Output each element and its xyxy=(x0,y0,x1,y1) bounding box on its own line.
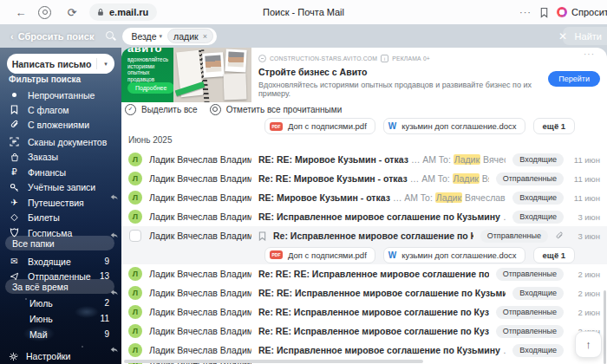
chevron-down-icon[interactable]: ▾ xyxy=(97,61,114,68)
avatar[interactable]: Л xyxy=(128,267,142,281)
chevron-down-icon: ▾ xyxy=(160,33,163,40)
refresh-icon[interactable]: ⟳ xyxy=(63,6,81,19)
email-date: 2 июн xyxy=(571,270,600,279)
email-row[interactable]: Л Ладик Вячеслав Владимирович RE: Исправ… xyxy=(121,207,607,226)
email-row[interactable]: Л Ладик Вячеслав Владимирович Re: RE: RE… xyxy=(121,264,607,283)
unread-dot-icon xyxy=(9,93,20,97)
sidebar-item-finance[interactable]: ₽ Финансы xyxy=(9,166,116,179)
alice-label: Спросить Алису xyxy=(571,7,607,17)
ad-go-button[interactable]: Перейти xyxy=(548,71,600,87)
sidebar-item-travel[interactable]: ✈ Путешествия xyxy=(9,196,116,209)
email-date: 2 июн xyxy=(571,308,600,317)
email-date: 3 июн xyxy=(571,212,600,222)
email-row[interactable]: Л Ладик Вячеслав Владимирович RE: RE: Ис… xyxy=(121,283,607,302)
more-attachments-chip[interactable]: ещё 1 xyxy=(533,247,576,263)
url-text: e.mail.ru xyxy=(109,7,148,17)
folder-badge: Входящие xyxy=(512,192,564,205)
avito-logo: авито xyxy=(127,48,162,55)
browser-extension-icon[interactable] xyxy=(38,6,51,19)
ad-details-button[interactable]: Подробнее xyxy=(127,82,173,94)
all-folders-button[interactable]: Все папки xyxy=(5,236,114,250)
email-row[interactable]: Л Ладик Вячеслав Владимирович RE: Исправ… xyxy=(121,341,607,360)
avatar[interactable]: Л xyxy=(128,343,142,357)
email-row-hovered[interactable]: Ладик Вячеслав Владимирович Re: Исправле… xyxy=(121,226,607,245)
sidebar-item-flagged[interactable]: С флагом xyxy=(9,103,116,116)
avatar[interactable]: Л xyxy=(128,210,142,224)
settings-label: Настройки xyxy=(26,351,71,361)
sidebar-item-tickets[interactable]: Билеты xyxy=(9,211,116,224)
sidebar-folder-inbox[interactable]: ✉ Входящие 9 xyxy=(9,255,116,268)
search-scope-dropdown[interactable]: Везде ▾ xyxy=(131,31,162,42)
folder-badge: Отправленные xyxy=(496,172,564,185)
month-filter-june[interactable]: Июнь 11 xyxy=(9,312,116,325)
ad-banner[interactable]: авито вдохновляйтесь историями опытных п… xyxy=(121,48,607,102)
sidebar-item-unread[interactable]: Непрочитанные xyxy=(9,88,116,101)
settings-button[interactable]: Настройки xyxy=(9,351,71,361)
bookmark-flag-icon[interactable] xyxy=(258,231,266,241)
attachment-chip-pdf[interactable]: PDF Доп с подписями.pdf xyxy=(264,247,375,263)
avatar[interactable]: Л xyxy=(128,172,142,185)
email-row[interactable]: Л Ладик Вячеслав Владимирович Re: RE: Ми… xyxy=(121,169,607,188)
sender-name: Ладик Вячеслав Владимирович xyxy=(149,211,251,222)
compose-button[interactable]: Написать письмо ▾ xyxy=(7,54,114,74)
sidebar-item-label: С флагом xyxy=(28,105,69,115)
avatar[interactable]: Л xyxy=(128,191,142,205)
scroll-to-top-button[interactable]: ↑ xyxy=(575,331,602,358)
sidebar-item-scans[interactable]: Сканы документов xyxy=(9,135,116,148)
subject-snippet: RE: Исправленное мировое соглашение по К… xyxy=(258,211,506,222)
query-text: ладик xyxy=(173,31,199,42)
browser-menu-icon[interactable]: ··· xyxy=(519,7,532,17)
ad-source-line[interactable]: CONSTRUCTION-STARS.AVITO.COM i РЕКЛАМА 0… xyxy=(258,55,555,62)
sidebar-item-orders[interactable]: Заказы xyxy=(9,151,116,164)
ad-menu-icon[interactable]: ··· xyxy=(584,49,595,59)
sidebar-item-label: Финансы xyxy=(28,167,66,178)
find-button[interactable]: Найти xyxy=(563,27,607,45)
month-label: Июнь xyxy=(9,314,53,324)
bookmark-icon[interactable] xyxy=(539,7,549,18)
reset-search-button[interactable]: ‹ Сбросить поиск xyxy=(10,31,94,42)
sidebar-item-label: Сканы документов xyxy=(28,137,107,147)
sender-name: Ладик Вячеслав Владимирович xyxy=(149,173,251,184)
attachment-chip-docx[interactable]: W кузьмин доп соглашение.docx xyxy=(383,247,525,263)
mark-all-read-button[interactable]: Отметить все прочитанными xyxy=(210,104,343,115)
remove-query-icon[interactable]: × xyxy=(203,32,207,41)
select-all-button[interactable]: ✓ Выделить все xyxy=(125,104,198,115)
flag-icon xyxy=(9,105,20,114)
month-filter-may[interactable]: Май 9 xyxy=(9,328,116,341)
email-row[interactable]: Л Ладик Вячеслав Владимирович RE: RE: Ми… xyxy=(121,150,607,169)
avatar[interactable]: Л xyxy=(128,305,142,319)
replied-icon xyxy=(110,289,119,297)
airplane-icon: ✈ xyxy=(9,198,20,207)
ask-alice-button[interactable]: Спросить Алису xyxy=(557,7,607,17)
vertical-scrollbar[interactable] xyxy=(604,290,606,364)
back-icon[interactable]: ← xyxy=(12,6,29,19)
search-query-chip[interactable]: ладик × xyxy=(167,29,213,43)
subject-snippet: RE: Мировое Кузьмин - отказ… AM To: Лади… xyxy=(258,192,506,203)
paperclip-icon xyxy=(9,120,20,129)
select-all-label: Выделить все xyxy=(141,105,198,114)
ad-brand-block[interactable]: авито вдохновляйтесь историями опытных п… xyxy=(121,48,173,102)
folder-badge: Отправленные xyxy=(496,325,564,338)
email-row[interactable]: Л Ладик Вячеслав Владимирович RE: Мирово… xyxy=(121,188,607,207)
email-row[interactable]: Л Ладик Вячеслав Владимирович Re: RE: Ис… xyxy=(121,302,607,322)
sidebar-item-label: Непрочитанные xyxy=(28,90,95,101)
more-attachments-chip[interactable]: ещё 1 xyxy=(533,118,576,134)
email-row[interactable]: Л Ладик Вячеслав Владимирович Re: RE: Ис… xyxy=(121,322,607,341)
horizontal-scrollbar[interactable] xyxy=(124,360,423,363)
attachment-chip-docx[interactable]: W кузьмин доп соглашение.docx xyxy=(383,118,525,134)
address-bar[interactable]: e.mail.ru xyxy=(89,3,157,21)
key-icon xyxy=(9,183,20,192)
avatar[interactable]: Л xyxy=(128,286,142,300)
time-filter-button[interactable]: За всё время xyxy=(5,279,114,294)
email-date: 11 июн xyxy=(571,174,600,184)
folder-badge: Входящие xyxy=(512,344,564,357)
row-checkbox[interactable] xyxy=(129,230,141,242)
attachment-chip-pdf[interactable]: PDF Доп с подписями.pdf xyxy=(264,118,375,134)
month-filter-july[interactable]: Июль 2 xyxy=(9,296,116,309)
search-input[interactable]: Везде ▾ ладик × xyxy=(122,28,217,45)
avatar[interactable]: Л xyxy=(128,153,142,166)
sidebar-item-accounts[interactable]: Учётные записи xyxy=(9,181,116,194)
sidebar-item-attachments[interactable]: С вложениями xyxy=(9,118,116,131)
subject-snippet: Re: RE: RE: Исправленное мировое соглаше… xyxy=(258,269,489,279)
avatar[interactable]: Л xyxy=(128,324,142,338)
